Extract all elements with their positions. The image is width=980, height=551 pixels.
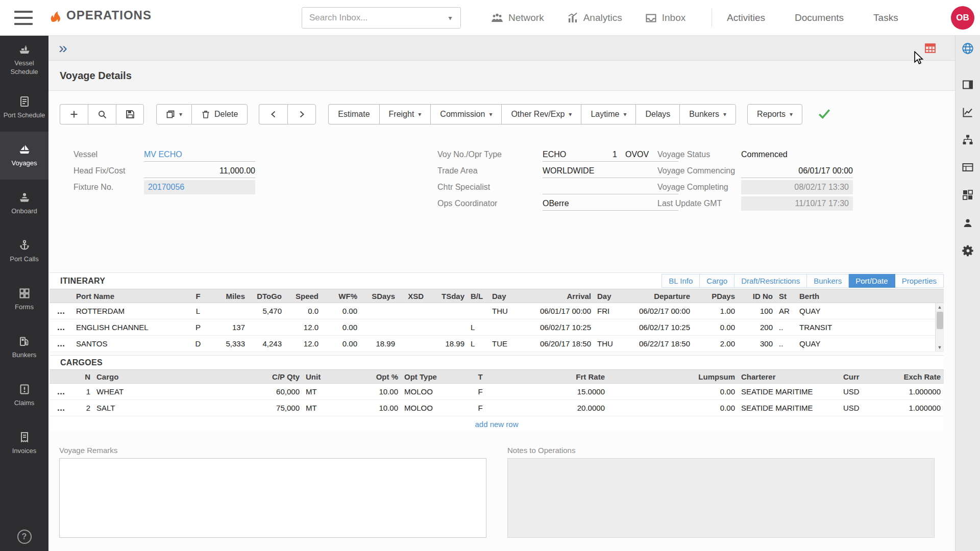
user-avatar[interactable]: OB: [951, 6, 974, 30]
validation-check-icon[interactable]: [818, 108, 831, 120]
grid-cell[interactable]: QUAY: [796, 303, 944, 319]
voyage-vessel-code[interactable]: ECHO: [543, 147, 603, 162]
column-header[interactable]: Port Name: [73, 289, 188, 303]
grid-cell[interactable]: F: [457, 384, 503, 400]
search-input[interactable]: [302, 13, 440, 23]
card-view-icon[interactable]: [962, 161, 974, 173]
grid-cell[interactable]: 06/02/17 10:25: [622, 319, 693, 336]
grid-cell[interactable]: 15.0000: [503, 384, 608, 400]
grid-cell[interactable]: [398, 303, 427, 319]
grid-cell[interactable]: [427, 319, 468, 336]
column-header[interactable]: Berth: [796, 289, 944, 303]
sidebar-item-invoices[interactable]: Invoices: [0, 419, 48, 467]
column-header[interactable]: Charterer: [738, 370, 840, 384]
nav-network[interactable]: Network: [491, 12, 544, 24]
grid-cell[interactable]: ..: [776, 319, 796, 336]
column-header[interactable]: St: [776, 289, 796, 303]
itinerary-scrollbar[interactable]: ▲ ▼: [935, 303, 944, 352]
tab-properties[interactable]: Properties: [895, 274, 944, 288]
voyage-commencing-field[interactable]: 06/01/17 00:00: [741, 164, 853, 178]
sidebar-item-port-calls[interactable]: Port Calls: [0, 228, 48, 276]
grid-cell[interactable]: SEATIDE MARITIME: [738, 400, 840, 416]
grid-cell[interactable]: [398, 336, 427, 352]
grid-cell[interactable]: 06/02/17 10:25: [519, 319, 594, 336]
table-grid-icon[interactable]: [924, 42, 937, 55]
grid-cell[interactable]: MOLOO: [401, 384, 457, 400]
grid-cell[interactable]: 2: [73, 400, 93, 416]
grid-cell[interactable]: TRANSIT: [796, 319, 944, 336]
prev-record-button[interactable]: [259, 104, 287, 124]
save-button[interactable]: [116, 104, 144, 124]
delays-button[interactable]: Delays: [635, 104, 679, 124]
grid-cell[interactable]: ENGLISH CHANNEL: [73, 319, 188, 336]
column-header[interactable]: B/L: [468, 289, 489, 303]
menu-tasks[interactable]: Tasks: [873, 12, 898, 23]
gear-icon[interactable]: [961, 244, 975, 258]
grid-cell[interactable]: L: [468, 336, 489, 352]
sidebar-item-port-schedule[interactable]: Port Schedule: [0, 84, 48, 132]
head-fix-field[interactable]: 11,000.00: [144, 164, 255, 178]
grid-cell[interactable]: 1.000000: [889, 384, 944, 400]
column-header[interactable]: Lumpsum: [608, 370, 738, 384]
grid-cell[interactable]: [427, 303, 468, 319]
commission-button[interactable]: Commission▾: [430, 104, 501, 124]
nav-analytics[interactable]: Analytics: [567, 12, 622, 24]
sidebar-item-onboard[interactable]: Onboard: [0, 180, 48, 228]
grid-cell[interactable]: [398, 319, 427, 336]
grid-cell[interactable]: L: [188, 303, 208, 319]
grid-cell[interactable]: [468, 303, 489, 319]
grid-cell[interactable]: 10.00: [342, 400, 401, 416]
panel-layout-icon[interactable]: [962, 79, 974, 91]
column-header[interactable]: Opt %: [342, 370, 401, 384]
grid-cell[interactable]: TUE: [489, 336, 519, 352]
sidebar-item-claims[interactable]: Claims: [0, 371, 48, 419]
globe-icon[interactable]: [961, 42, 974, 55]
tab-draft-restrictions[interactable]: Draft/Restrictions: [734, 274, 807, 288]
other-rev-exp-button[interactable]: Other Rev/Exp▾: [501, 104, 581, 124]
grid-cell[interactable]: 0.00: [322, 303, 360, 319]
grid-cell[interactable]: 20.0000: [503, 400, 608, 416]
column-header[interactable]: C/P Qty: [221, 370, 303, 384]
grid-cell[interactable]: 75,000: [221, 400, 303, 416]
grid-cell[interactable]: 0.0: [285, 303, 322, 319]
sidebar-item-forms[interactable]: Forms: [0, 276, 48, 323]
column-header[interactable]: Arrival: [519, 289, 594, 303]
grid-cell[interactable]: D: [188, 336, 208, 352]
grid-cell[interactable]: F: [457, 400, 503, 416]
column-header[interactable]: Cargo: [93, 370, 221, 384]
grid-cell[interactable]: 0.00: [322, 319, 360, 336]
grid-cell[interactable]: 0.00: [608, 400, 738, 416]
column-header[interactable]: Miles: [208, 289, 248, 303]
column-header[interactable]: TSday: [427, 289, 468, 303]
grid-cell[interactable]: FRI: [594, 303, 622, 319]
scrollbar-thumb[interactable]: [937, 312, 943, 329]
column-header[interactable]: PDays: [693, 289, 738, 303]
grid-cell[interactable]: 1.00: [693, 303, 738, 319]
row-menu-button[interactable]: …: [50, 400, 73, 416]
grid-cell[interactable]: QUAY: [796, 336, 944, 352]
grid-cell[interactable]: 60,000: [221, 384, 303, 400]
expand-panel-icon[interactable]: »: [59, 39, 67, 57]
column-header[interactable]: XSD: [398, 289, 427, 303]
search-record-button[interactable]: [88, 104, 116, 124]
column-header[interactable]: SDays: [360, 289, 398, 303]
tab-cargo[interactable]: Cargo: [700, 274, 734, 288]
chart-icon[interactable]: [962, 106, 974, 118]
grid-cell[interactable]: 06/02/17 00:00: [622, 303, 693, 319]
row-menu-button[interactable]: …: [50, 303, 73, 319]
column-header[interactable]: Frt Rate: [503, 370, 608, 384]
column-header[interactable]: Departure: [622, 289, 693, 303]
grid-cell[interactable]: 06/01/17 00:00: [519, 303, 594, 319]
voyage-number[interactable]: 1: [603, 147, 617, 162]
grid-cell[interactable]: 06/20/17 18:50: [519, 336, 594, 352]
tab-bunkers[interactable]: Bunkers: [807, 274, 849, 288]
grid-cell[interactable]: 200: [738, 319, 776, 336]
grid-cell[interactable]: THU: [594, 336, 622, 352]
last-update-gmt-field[interactable]: 11/10/17 17:30: [741, 196, 853, 211]
column-header[interactable]: ID No: [738, 289, 776, 303]
hierarchy-icon[interactable]: [962, 134, 974, 146]
grid-cell[interactable]: P: [188, 319, 208, 336]
hamburger-menu-icon[interactable]: [14, 11, 33, 25]
grid-cell[interactable]: [360, 303, 398, 319]
grid-cell[interactable]: 12.0: [285, 336, 322, 352]
